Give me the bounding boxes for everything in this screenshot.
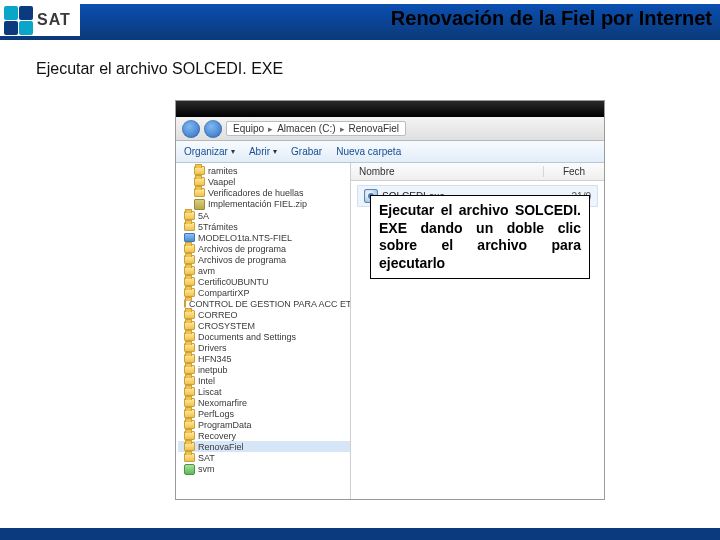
col-name[interactable]: Nombre [351, 166, 544, 177]
column-headers[interactable]: Nombre Fech [351, 163, 604, 181]
tree-node-label: Drivers [198, 343, 227, 353]
tree-node-label: CORREO [198, 310, 238, 320]
instruction-callout: Ejecutar el archivo SOLCEDI. EXE dando u… [370, 195, 590, 279]
greenico-icon [184, 464, 195, 475]
folder-icon [184, 310, 195, 319]
tree-node[interactable]: Implementación FIEL.zip [178, 198, 350, 210]
tree-node[interactable]: RenovaFiel [178, 441, 350, 452]
page-title: Renovación de la Fiel por Internet [391, 0, 712, 36]
tree-node-label: Certific0UBUNTU [198, 277, 269, 287]
tree-node[interactable]: CORREO [178, 309, 350, 320]
tree-node-label: Archivos de programa [198, 244, 286, 254]
tree-node[interactable]: Verificadores de huellas [178, 187, 350, 198]
folder-icon [184, 299, 186, 308]
breadcrumb-part: RenovaFiel [349, 123, 400, 134]
tree-node-label: PerfLogs [198, 409, 234, 419]
tree-node[interactable]: avm [178, 265, 350, 276]
folder-icon [194, 166, 205, 175]
address-bar: Equipo▸ Almacen (C:)▸ RenovaFiel [176, 117, 604, 141]
folder-icon [184, 211, 195, 220]
col-date[interactable]: Fech [544, 166, 604, 177]
zip-icon [194, 199, 205, 210]
folder-icon [184, 365, 195, 374]
tree-node[interactable]: Archivos de programa [178, 243, 350, 254]
sat-logo: SAT [4, 4, 74, 36]
tree-node-label: ramites [208, 166, 238, 176]
tree-node-label: Verificadores de huellas [208, 188, 304, 198]
burn-button[interactable]: Grabar [291, 146, 322, 157]
footer-bar [0, 528, 720, 540]
blueimg-icon [184, 233, 195, 242]
tree-node-label: Nexomarfire [198, 398, 247, 408]
tree-node[interactable]: MODELO1ta.NTS-FIEL [178, 232, 350, 243]
tree-node[interactable]: Documents and Settings [178, 331, 350, 342]
tree-node[interactable]: inetpub [178, 364, 350, 375]
folder-icon [184, 321, 195, 330]
tree-node-label: 5A [198, 211, 209, 221]
folder-icon [194, 177, 205, 186]
newfolder-button[interactable]: Nueva carpeta [336, 146, 401, 157]
folder-tree[interactable]: ramitesVaapelVerificadores de huellasImp… [176, 163, 351, 499]
folder-icon [184, 409, 195, 418]
tree-node[interactable]: ProgramData [178, 419, 350, 430]
window-titlebar [176, 101, 604, 117]
tree-node[interactable]: PerfLogs [178, 408, 350, 419]
tree-node[interactable]: CROSYSTEM [178, 320, 350, 331]
folder-icon [184, 244, 195, 253]
tree-node[interactable]: Vaapel [178, 176, 350, 187]
tree-node[interactable]: HFN345 [178, 353, 350, 364]
tree-node-label: Liscat [198, 387, 222, 397]
tree-node-label: Vaapel [208, 177, 235, 187]
tree-node[interactable]: ramites [178, 165, 350, 176]
tree-node[interactable]: Recovery [178, 430, 350, 441]
tree-node-label: CROSYSTEM [198, 321, 255, 331]
tree-node[interactable]: 5A [178, 210, 350, 221]
tree-node[interactable]: CONTROL DE GESTION PARA ACC ET [178, 298, 350, 309]
forward-button[interactable] [204, 120, 222, 138]
tree-node[interactable]: Nexomarfire [178, 397, 350, 408]
tree-node-label: Recovery [198, 431, 236, 441]
folder-icon [184, 255, 195, 264]
logo-text: SAT [37, 11, 71, 29]
tree-node-label: 5Trámites [198, 222, 238, 232]
folder-icon [184, 376, 195, 385]
folder-icon [184, 222, 195, 231]
tree-node[interactable]: Drivers [178, 342, 350, 353]
folder-icon [184, 277, 195, 286]
tree-node[interactable]: 5Trámites [178, 221, 350, 232]
organize-button[interactable]: Organizar ▾ [184, 146, 235, 157]
folder-icon [184, 453, 195, 462]
tree-node-label: HFN345 [198, 354, 232, 364]
folder-icon [194, 188, 205, 197]
back-button[interactable] [182, 120, 200, 138]
tree-node-label: Implementación FIEL.zip [208, 199, 307, 209]
breadcrumb[interactable]: Equipo▸ Almacen (C:)▸ RenovaFiel [226, 121, 406, 136]
tree-node-label: avm [198, 266, 215, 276]
tree-node-label: inetpub [198, 365, 228, 375]
tree-node-label: SAT [198, 453, 215, 463]
folder-icon [184, 420, 195, 429]
tree-node[interactable]: svm [178, 463, 350, 475]
tree-node-label: Intel [198, 376, 215, 386]
tree-node[interactable]: CompartirXP [178, 287, 350, 298]
folder-icon [184, 442, 195, 451]
tree-node-label: Documents and Settings [198, 332, 296, 342]
open-button[interactable]: Abrir ▾ [249, 146, 277, 157]
folder-icon [184, 354, 195, 363]
tree-node-label: MODELO1ta.NTS-FIEL [198, 233, 292, 243]
folder-icon [184, 343, 195, 352]
tree-node-label: ProgramData [198, 420, 252, 430]
tree-node[interactable]: SAT [178, 452, 350, 463]
tree-node-label: CONTROL DE GESTION PARA ACC ET [189, 299, 351, 309]
folder-icon [184, 398, 195, 407]
folder-icon [184, 387, 195, 396]
tree-node[interactable]: Archivos de programa [178, 254, 350, 265]
tree-node[interactable]: Certific0UBUNTU [178, 276, 350, 287]
explorer-screenshot: Equipo▸ Almacen (C:)▸ RenovaFiel Organiz… [175, 100, 605, 500]
tree-node-label: RenovaFiel [198, 442, 244, 452]
folder-icon [184, 332, 195, 341]
tree-node[interactable]: Intel [178, 375, 350, 386]
breadcrumb-part: Almacen (C:) [277, 123, 335, 134]
tree-node[interactable]: Liscat [178, 386, 350, 397]
breadcrumb-part: Equipo [233, 123, 264, 134]
